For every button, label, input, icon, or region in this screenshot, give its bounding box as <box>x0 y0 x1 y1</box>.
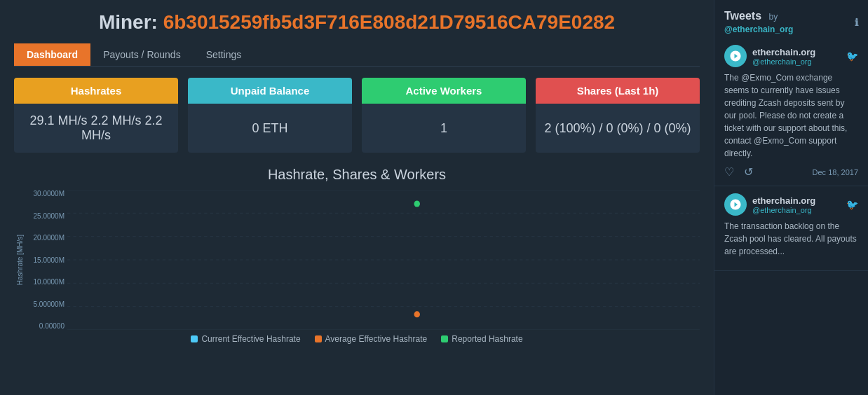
legend-dot-current <box>191 335 198 342</box>
sidebar-header: Tweets by @etherchain_org ℹ <box>714 0 868 38</box>
unpaid-header: Unpaid Balance <box>188 78 352 104</box>
tweet-card-1: etherchain.org @etherchain_org 🐦 The tra… <box>714 186 868 271</box>
legend-dot-avg <box>315 335 322 342</box>
tab-payouts[interactable]: Payouts / Rounds <box>90 43 194 66</box>
tweet-avatar-0 <box>724 45 747 67</box>
y-label-0: 30.0000M <box>27 190 65 198</box>
main-content: Miner: 6b3015259fb5d3F716E808d21D79516CA… <box>0 0 714 395</box>
y-label-2: 20.0000M <box>27 234 65 242</box>
shares-header: Shares (Last 1h) <box>536 78 700 104</box>
tweet-retweet-icon-0[interactable]: ↺ <box>744 165 753 179</box>
sidebar: Tweets by @etherchain_org ℹ etherchain.o… <box>714 0 868 395</box>
tweet-text-0: The @Exmo_Com exchange seems to currentl… <box>724 71 858 160</box>
chart-section: Hashrate, Shares & Workers Hashrate [MH/… <box>14 167 700 344</box>
tweet-name-0: etherchain.org <box>752 47 815 57</box>
tweets-label: Tweets <box>724 10 761 22</box>
unpaid-value: 0 ETH <box>188 104 352 153</box>
miner-title: Miner: 6b3015259fb5d3F716E808d21D79516CA… <box>14 11 700 34</box>
legend-label-avg: Average Effective Hashrate <box>325 334 428 344</box>
y-label-4: 10.0000M <box>27 278 65 286</box>
miner-address: 6b3015259fb5d3F716E808d21D79516CA79E0282 <box>163 11 615 33</box>
tweet-handle-1: @etherchain_org <box>752 206 815 214</box>
tweet-author-0: etherchain.org @etherchain_org 🐦 <box>724 45 858 67</box>
stats-row: Hashrates 29.1 MH/s 2.2 MH/s 2.2 MH/s Un… <box>14 78 700 153</box>
card-workers: Active Workers 1 <box>362 78 526 153</box>
tweet-actions-0: ♡ ↺ Dec 18, 2017 <box>724 165 858 179</box>
legend-dot-reported <box>441 335 448 342</box>
tweet-handle-0: @etherchain_org <box>752 57 815 66</box>
legend-reported: Reported Hashrate <box>441 334 522 344</box>
tweet-name-1: etherchain.org <box>752 195 815 206</box>
y-axis-labels: 30.0000M 25.0000M 20.0000M 15.0000M 10.0… <box>27 190 67 330</box>
chart-legend: Current Effective Hashrate Average Effec… <box>14 334 700 344</box>
tweet-like-icon-0[interactable]: ♡ <box>724 165 734 179</box>
tweet-date-0: Dec 18, 2017 <box>813 168 858 176</box>
card-hashrates: Hashrates 29.1 MH/s 2.2 MH/s 2.2 MH/s <box>14 78 178 153</box>
tweet-avatar-1 <box>724 193 747 216</box>
chart-svg <box>67 190 700 330</box>
legend-avg: Average Effective Hashrate <box>315 334 428 344</box>
workers-value: 1 <box>362 104 526 153</box>
miner-label: Miner: <box>99 11 158 33</box>
chart-title: Hashrate, Shares & Workers <box>14 167 700 183</box>
y-axis-title: Hashrate [MH/s] <box>16 235 24 285</box>
tab-dashboard[interactable]: Dashboard <box>14 43 90 66</box>
legend-label-current: Current Effective Hashrate <box>201 334 300 344</box>
legend-current: Current Effective Hashrate <box>191 334 300 344</box>
data-point-reported <box>414 201 420 207</box>
tweet-author-1: etherchain.org @etherchain_org 🐦 <box>724 193 858 216</box>
card-shares: Shares (Last 1h) 2 (100%) / 0 (0%) / 0 (… <box>536 78 700 153</box>
info-icon[interactable]: ℹ <box>855 17 858 28</box>
tweets-by-label: by <box>769 12 778 22</box>
legend-label-reported: Reported Hashrate <box>452 334 522 344</box>
data-point-avg <box>414 311 420 317</box>
chart-area <box>67 190 700 330</box>
tweets-handle[interactable]: @etherchain_org <box>724 25 793 34</box>
tabs-bar: Dashboard Payouts / Rounds Settings <box>14 43 700 67</box>
shares-value: 2 (100%) / 0 (0%) / 0 (0%) <box>536 104 700 153</box>
y-label-3: 15.0000M <box>27 256 65 264</box>
tab-settings[interactable]: Settings <box>194 43 255 66</box>
tweet-card-0: etherchain.org @etherchain_org 🐦 The @Ex… <box>714 38 868 186</box>
twitter-icon-0: 🐦 <box>846 50 858 62</box>
hashrates-header: Hashrates <box>14 78 178 104</box>
workers-header: Active Workers <box>362 78 526 104</box>
twitter-icon-1: 🐦 <box>846 199 858 210</box>
y-label-1: 25.0000M <box>27 212 65 220</box>
card-unpaid: Unpaid Balance 0 ETH <box>188 78 352 153</box>
y-label-5: 5.00000M <box>27 300 65 308</box>
y-label-6: 0.00000 <box>27 322 65 330</box>
tweet-text-1: The transaction backlog on the Zcash poo… <box>724 220 858 258</box>
hashrates-value: 29.1 MH/s 2.2 MH/s 2.2 MH/s <box>14 104 178 153</box>
